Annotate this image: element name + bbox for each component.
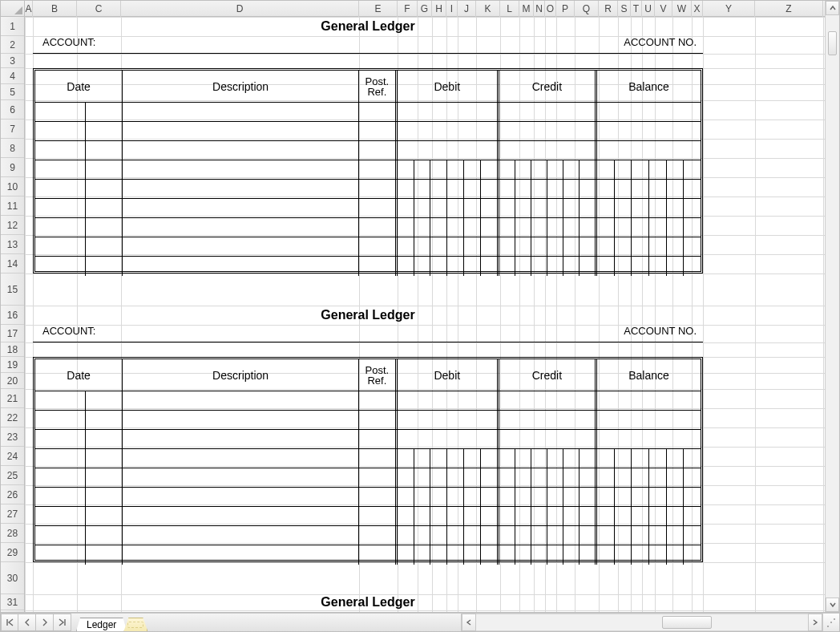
column-header-C[interactable]: C [77, 1, 121, 17]
column-header-Y[interactable]: Y [703, 1, 755, 17]
sheet-tab-label: Ledger [87, 619, 116, 630]
cell-postref [359, 488, 398, 507]
col-date-header: Date [35, 71, 123, 103]
column-header-I[interactable]: I [446, 1, 458, 17]
row-header-14[interactable]: 14 [1, 254, 24, 273]
row-header-23[interactable]: 23 [1, 427, 24, 447]
chevron-up-icon [830, 5, 836, 11]
select-all-corner[interactable] [1, 1, 25, 17]
column-header-O[interactable]: O [545, 1, 556, 17]
cell-balance [597, 160, 701, 180]
row-header-18[interactable]: 18 [1, 342, 24, 357]
scroll-up-button[interactable] [826, 1, 839, 15]
row-header-26[interactable]: 26 [1, 485, 24, 504]
new-sheet-tab[interactable] [123, 618, 147, 631]
row-header-17[interactable]: 17 [1, 325, 24, 342]
col-debit-header: Debit [398, 71, 499, 103]
row-header-11[interactable]: 11 [1, 196, 24, 216]
row-header-27[interactable]: 27 [1, 504, 24, 524]
column-header-G[interactable]: G [418, 1, 432, 17]
cell-postref [359, 526, 398, 545]
cell-balance [597, 449, 701, 468]
scroll-left-button[interactable] [462, 614, 476, 631]
column-header-S[interactable]: S [618, 1, 631, 17]
column-header-Q[interactable]: Q [575, 1, 599, 17]
cell-postref [359, 141, 398, 160]
tab-nav-buttons [1, 614, 71, 631]
row-header-6[interactable]: 6 [1, 100, 24, 120]
column-header-F[interactable]: F [398, 1, 418, 17]
vertical-scrollbar[interactable] [825, 1, 839, 612]
sheet-tab-ledger[interactable]: Ledger [76, 618, 127, 631]
worksheet: ABCDEFGHIJKLMNOPQRSTUVWXYZ 1234567891011… [1, 1, 839, 613]
column-header-X[interactable]: X [692, 1, 703, 17]
row-header-28[interactable]: 28 [1, 524, 24, 543]
row-header-15[interactable]: 15 [1, 273, 24, 306]
column-header-K[interactable]: K [476, 1, 500, 17]
row-header-25[interactable]: 25 [1, 466, 24, 485]
tab-first-button[interactable] [1, 614, 18, 631]
row-header-29[interactable]: 29 [1, 543, 24, 562]
column-header-P[interactable]: P [556, 1, 575, 17]
row-header-3[interactable]: 3 [1, 54, 24, 68]
resize-grip[interactable]: ⋰ [822, 614, 839, 631]
row-header-10[interactable]: 10 [1, 177, 24, 196]
column-header-A[interactable]: A [25, 1, 33, 17]
cell-date [35, 449, 123, 468]
row-header-20[interactable]: 20 [1, 373, 24, 389]
row-header-12[interactable]: 12 [1, 216, 24, 235]
grid-viewport[interactable]: General LedgerACCOUNT:ACCOUNT NO.DateDes… [25, 17, 825, 612]
horizontal-scroll-thumb[interactable] [662, 616, 712, 629]
column-header-B[interactable]: B [33, 1, 77, 17]
column-headers[interactable]: ABCDEFGHIJKLMNOPQRSTUVWXYZ [25, 1, 825, 17]
row-header-5[interactable]: 5 [1, 84, 24, 100]
row-header-19[interactable]: 19 [1, 357, 24, 373]
row-header-21[interactable]: 21 [1, 389, 24, 408]
horizontal-scroll-track[interactable] [476, 614, 808, 631]
column-header-N[interactable]: N [534, 1, 545, 17]
tab-prev-button[interactable] [18, 614, 36, 631]
cell-date [35, 391, 123, 411]
cell-balance [597, 257, 701, 276]
column-header-W[interactable]: W [672, 1, 692, 17]
row-headers[interactable]: 1234567891011121314151617181920212223242… [1, 17, 25, 612]
scroll-down-button[interactable] [826, 598, 839, 612]
row-header-24[interactable]: 24 [1, 447, 24, 466]
horizontal-scrollbar[interactable]: ⋰ [461, 614, 839, 631]
vertical-scroll-thumb[interactable] [828, 31, 837, 55]
cell-balance [597, 391, 701, 411]
chevron-right-icon [812, 619, 818, 626]
column-header-L[interactable]: L [500, 1, 519, 17]
row-header-30[interactable]: 30 [1, 562, 24, 594]
column-header-V[interactable]: V [655, 1, 672, 17]
column-header-R[interactable]: R [599, 1, 618, 17]
column-header-E[interactable]: E [359, 1, 398, 17]
row-header-16[interactable]: 16 [1, 306, 24, 325]
cell-credit [499, 237, 597, 257]
row-header-7[interactable]: 7 [1, 120, 24, 139]
column-header-Z[interactable]: Z [755, 1, 823, 17]
column-header-T[interactable]: T [631, 1, 642, 17]
tab-last-button[interactable] [54, 614, 71, 631]
row-header-2[interactable]: 2 [1, 36, 24, 54]
column-header-J[interactable]: J [458, 1, 476, 17]
column-header-H[interactable]: H [432, 1, 446, 17]
row-header-22[interactable]: 22 [1, 408, 24, 427]
row-header-31[interactable]: 31 [1, 594, 24, 610]
scroll-right-button[interactable] [808, 614, 822, 631]
chevron-down-icon [830, 602, 836, 608]
cell-debit [398, 430, 499, 449]
column-header-D[interactable]: D [121, 1, 359, 17]
row-header-13[interactable]: 13 [1, 235, 24, 254]
cell-date [35, 103, 123, 122]
tab-next-button[interactable] [36, 614, 54, 631]
column-header-U[interactable]: U [642, 1, 655, 17]
ledger-title: General Ledger [33, 594, 703, 610]
row-header-8[interactable]: 8 [1, 139, 24, 158]
row-header-1[interactable]: 1 [1, 17, 24, 36]
row-header-9[interactable]: 9 [1, 158, 24, 177]
vertical-scroll-track[interactable] [826, 15, 838, 598]
column-header-M[interactable]: M [519, 1, 534, 17]
cell-balance [597, 103, 701, 122]
row-header-4[interactable]: 4 [1, 68, 24, 84]
